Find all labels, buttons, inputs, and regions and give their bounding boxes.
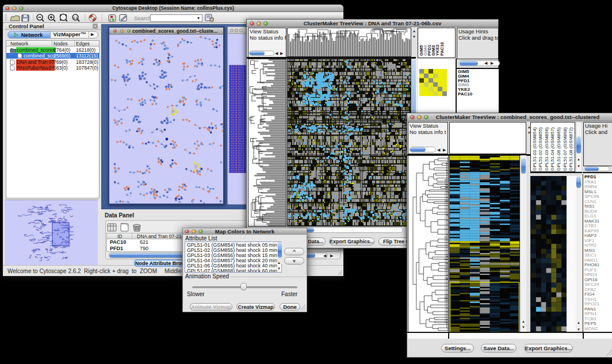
svg-text:GPL51-03 (GSM856): GPL51-03 (GSM856): [544, 127, 549, 171]
svg-text:GPL51-04 (GSM857): GPL51-04 (GSM857): [550, 127, 555, 171]
svg-text:GPL51-06 (GSM865): GPL51-06 (GSM865): [556, 127, 561, 171]
svg-text:PAC10: PAC10: [439, 42, 445, 56]
svg-text:GPL51-01 (GSM854): GPL51-01 (GSM854): [532, 127, 537, 171]
svg-text:GPL51-02 (GSM855): GPL51-02 (GSM855): [538, 127, 543, 171]
svg-text:GPL51-08 (GSM872): GPL51-08 (GSM872): [568, 127, 573, 171]
svg-text:GPL51-07 (GSM868): GPL51-07 (GSM868): [563, 127, 568, 171]
svg-text:1:1: 1:1: [73, 16, 78, 20]
